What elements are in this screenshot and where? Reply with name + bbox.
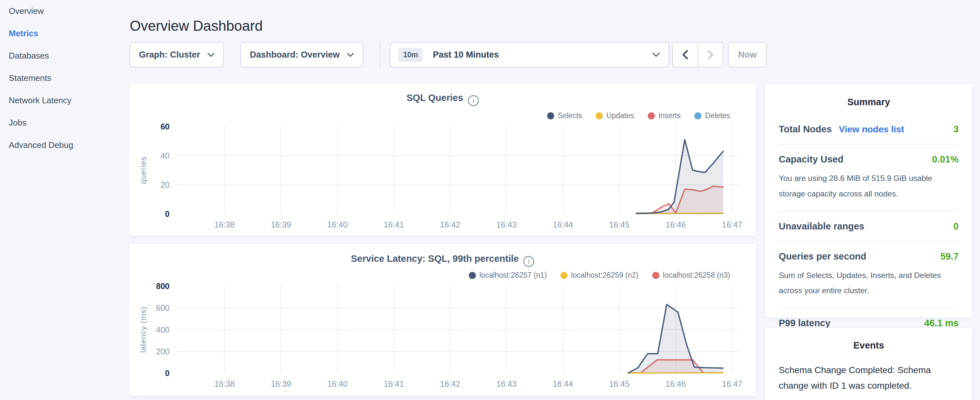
events-title: Events [779, 340, 959, 351]
sql-queries-chart-title: SQL Queries [406, 92, 463, 103]
svg-text:400: 400 [156, 325, 170, 334]
svg-text:16:47: 16:47 [722, 220, 743, 229]
chevron-down-icon [207, 53, 215, 57]
sidebar-item-statements[interactable]: Statements [0, 67, 129, 89]
chevron-down-icon [347, 53, 354, 57]
time-range-label: Past 10 Minutes [433, 50, 499, 60]
svg-text:queries: queries [139, 156, 148, 184]
legend-dot-icon [648, 112, 655, 120]
legend-label: Updates [606, 112, 634, 120]
time-range-badge: 10m [399, 48, 423, 62]
svg-text:0: 0 [165, 209, 170, 218]
svg-text:16:39: 16:39 [271, 220, 291, 229]
legend-item[interactable]: localhost:26257 (n1) [469, 271, 547, 280]
svg-text:16:40: 16:40 [327, 220, 347, 229]
svg-text:0: 0 [165, 369, 170, 378]
svg-text:200: 200 [156, 347, 170, 356]
event-timestamp: May 13, 2020 at 4:45 PM [779, 398, 959, 400]
svg-text:16:42: 16:42 [440, 379, 460, 388]
now-button-label: Now [738, 50, 757, 60]
sidebar-item-jobs[interactable]: Jobs [0, 112, 129, 134]
controls-divider [380, 41, 380, 68]
info-icon[interactable]: i [523, 256, 534, 267]
svg-text:16:38: 16:38 [215, 379, 235, 388]
svg-text:16:43: 16:43 [496, 379, 517, 388]
sql-queries-legend: SelectsUpdatesInsertsDeletes [547, 112, 730, 120]
time-back-button[interactable] [673, 43, 698, 67]
legend-item[interactable]: Deletes [694, 112, 730, 120]
now-button[interactable]: Now [728, 42, 767, 67]
legend-dot-icon [547, 112, 554, 120]
summary-row-value: 0.01% [932, 154, 959, 165]
time-range-selector[interactable]: 10m Past 10 Minutes [390, 42, 669, 67]
chevron-right-icon [707, 49, 714, 60]
legend-item[interactable]: localhost:26259 (n2) [560, 271, 638, 280]
sidebar-item-network-latency[interactable]: Network Latency [0, 89, 129, 112]
legend-label: localhost:26257 (n1) [479, 271, 547, 280]
legend-label: localhost:26258 (n3) [663, 271, 730, 280]
legend-item[interactable]: Selects [547, 112, 582, 120]
summary-row-label: Queries per second [779, 251, 866, 262]
legend-label: localhost:26259 (n2) [571, 271, 638, 280]
service-latency-legend: localhost:26257 (n1)localhost:26259 (n2)… [469, 271, 730, 280]
legend-label: Selects [558, 112, 582, 120]
svg-text:800: 800 [156, 282, 170, 291]
svg-text:16:39: 16:39 [271, 379, 291, 388]
info-icon[interactable]: i [468, 95, 479, 106]
sidebar-item-databases[interactable]: Databases [0, 45, 129, 67]
summary-row-label: P99 latency [779, 318, 830, 328]
legend-dot-icon [560, 272, 568, 279]
summary-row-description: Sum of Selects, Updates, Inserts, and De… [779, 268, 959, 299]
dashboard-dropdown-label: Dashboard: Overview [250, 50, 340, 60]
legend-dot-icon [469, 272, 476, 279]
service-latency-chart-card: Service Latency: SQL, 99th percentilei l… [129, 243, 756, 396]
summary-row-label: Unavailable ranges [779, 221, 864, 232]
svg-text:40: 40 [161, 151, 170, 160]
summary-row-value: 3 [953, 124, 959, 135]
sql-queries-chart-card: SQL Queriesi SelectsUpdatesInsertsDelete… [129, 83, 756, 236]
legend-label: Deletes [705, 112, 730, 120]
chevron-left-icon [682, 49, 689, 60]
svg-text:16:45: 16:45 [609, 379, 630, 388]
sidebar-item-advanced-debug[interactable]: Advanced Debug [0, 134, 129, 156]
event-item[interactable]: Schema Change Completed: Schema change w… [779, 362, 959, 400]
legend-label: Inserts [659, 112, 681, 120]
legend-item[interactable]: localhost:26258 (n3) [652, 271, 730, 280]
svg-text:16:43: 16:43 [496, 220, 517, 229]
summary-row: Capacity Used0.01%You are using 28.6 MiB… [779, 145, 959, 212]
svg-text:16:41: 16:41 [384, 220, 404, 229]
svg-text:16:46: 16:46 [665, 220, 686, 229]
chart-title-row: Service Latency: SQL, 99th percentilei [129, 253, 756, 267]
view-nodes-list-link[interactable]: View nodes list [839, 124, 904, 135]
legend-dot-icon [596, 112, 603, 120]
service-latency-chart-title: Service Latency: SQL, 99th percentile [351, 253, 519, 264]
svg-text:16:46: 16:46 [665, 379, 686, 388]
summary-panel: Summary Total NodesView nodes list3Capac… [765, 83, 972, 318]
event-text: Schema Change Completed: Schema change w… [779, 362, 959, 393]
events-list: Schema Change Completed: Schema change w… [779, 362, 959, 400]
legend-item[interactable]: Updates [596, 112, 634, 120]
summary-title: Summary [779, 97, 959, 107]
svg-text:16:44: 16:44 [553, 379, 573, 388]
summary-row: Unavailable ranges0 [779, 212, 959, 242]
svg-text:20: 20 [161, 180, 170, 189]
time-step-buttons [672, 42, 724, 67]
legend-item[interactable]: Inserts [648, 112, 681, 120]
page-title: Overview Dashboard [130, 18, 263, 34]
svg-text:16:40: 16:40 [327, 379, 347, 388]
sidebar-item-metrics[interactable]: Metrics [0, 22, 129, 45]
time-forward-button[interactable] [698, 43, 723, 67]
svg-text:16:45: 16:45 [609, 220, 630, 229]
svg-text:latency (ms): latency (ms) [139, 306, 148, 353]
graph-dropdown[interactable]: Graph: Cluster [129, 42, 224, 67]
legend-dot-icon [694, 112, 702, 120]
summary-row-value: 59.7 [940, 251, 959, 262]
dashboard-dropdown[interactable]: Dashboard: Overview [240, 42, 363, 67]
sidebar-item-overview[interactable]: Overview [0, 0, 129, 22]
graph-dropdown-label: Graph: Cluster [139, 50, 200, 60]
summary-rows: Total NodesView nodes list3Capacity Used… [779, 115, 959, 338]
svg-text:16:42: 16:42 [440, 220, 460, 229]
summary-row: Queries per second59.7Sum of Selects, Up… [779, 242, 959, 309]
chevron-down-icon [652, 53, 660, 57]
svg-text:16:38: 16:38 [215, 220, 235, 229]
